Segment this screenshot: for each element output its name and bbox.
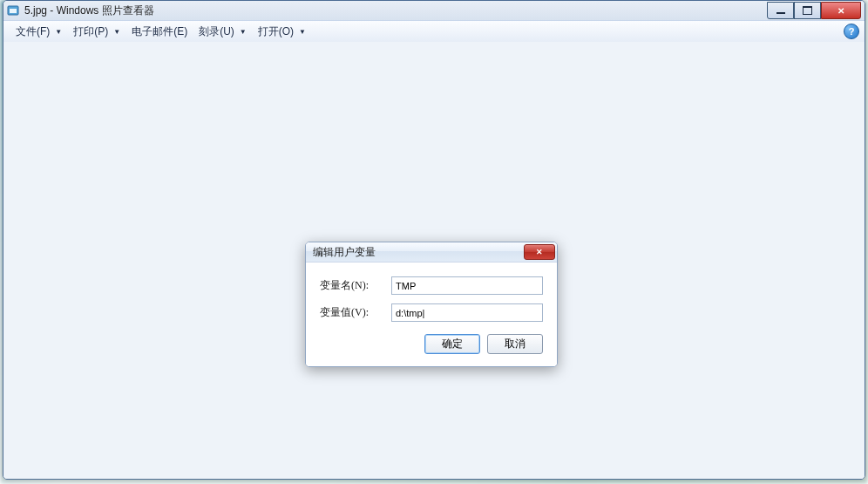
menu-email[interactable]: 电子邮件(E) (125, 22, 192, 42)
minimize-button[interactable] (767, 2, 794, 19)
variable-name-input[interactable] (391, 276, 543, 295)
variable-value-row: 变量值(V): (320, 303, 543, 322)
dialog-title: 编辑用户变量 (313, 245, 376, 260)
chevron-down-icon: ▼ (55, 28, 62, 36)
cancel-button-label: 取消 (505, 337, 526, 351)
chevron-down-icon: ▼ (113, 28, 120, 36)
ok-button[interactable]: 确定 (424, 334, 480, 354)
edit-user-variable-dialog: 编辑用户变量 变量名(N): 变量值(V): 确定 取消 (305, 242, 558, 367)
help-icon: ? (849, 26, 855, 37)
menu-print-label: 打印(P) (73, 24, 108, 39)
menu-open-label: 打开(O) (258, 24, 294, 39)
menu-open[interactable]: 打开(O) ▼ (251, 22, 310, 42)
menu-file[interactable]: 文件(F) ▼ (9, 22, 66, 42)
window-titlebar[interactable]: 5.jpg - Windows 照片查看器 (3, 1, 865, 21)
chevron-down-icon: ▼ (240, 28, 247, 36)
menu-print[interactable]: 打印(P) ▼ (66, 22, 125, 42)
menu-burn[interactable]: 刻录(U) ▼ (192, 22, 251, 42)
help-button[interactable]: ? (844, 24, 859, 39)
close-button[interactable] (821, 2, 861, 19)
menu-file-label: 文件(F) (16, 24, 50, 39)
ok-button-label: 确定 (442, 337, 463, 351)
dialog-titlebar[interactable]: 编辑用户变量 (306, 242, 557, 262)
dialog-close-button[interactable] (524, 244, 555, 260)
menu-bar: 文件(F) ▼ 打印(P) ▼ 电子邮件(E) 刻录(U) ▼ 打开(O) ▼ … (3, 21, 865, 43)
dialog-button-row: 确定 取消 (320, 334, 543, 354)
window-title: 5.jpg - Windows 照片查看器 (24, 3, 154, 18)
window-controls (767, 2, 861, 19)
variable-value-input[interactable] (391, 303, 543, 322)
menu-email-label: 电子邮件(E) (132, 24, 187, 39)
variable-name-label: 变量名(N): (320, 278, 383, 293)
chevron-down-icon: ▼ (299, 28, 306, 36)
cancel-button[interactable]: 取消 (487, 334, 543, 354)
menu-burn-label: 刻录(U) (199, 24, 234, 39)
maximize-button[interactable] (794, 2, 821, 19)
svg-rect-1 (10, 9, 17, 13)
variable-value-label: 变量值(V): (320, 305, 383, 320)
dialog-body: 变量名(N): 变量值(V): 确定 取消 (306, 262, 557, 366)
photo-viewer-window: 5.jpg - Windows 照片查看器 文件(F) ▼ 打印(P) ▼ 电子… (3, 0, 865, 480)
photo-viewer-icon (7, 4, 19, 17)
variable-name-row: 变量名(N): (320, 276, 543, 295)
